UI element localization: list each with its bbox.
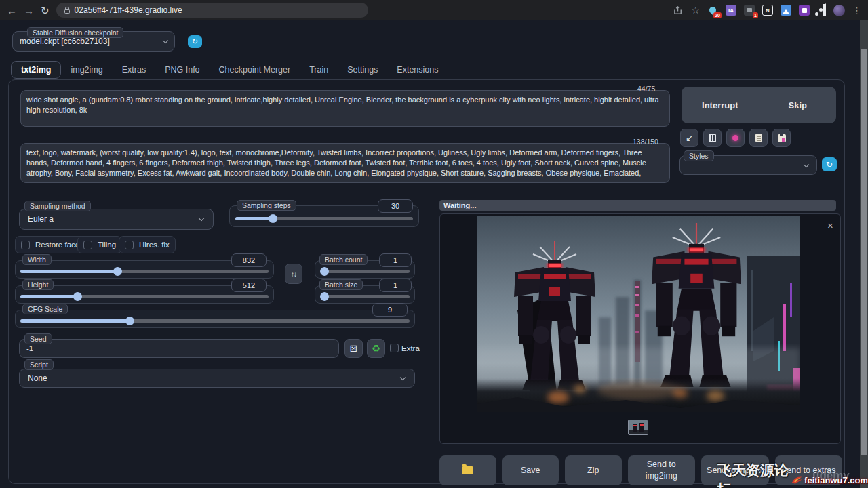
batch-size-label: Batch size [319, 279, 363, 290]
send-to-img2img-button[interactable]: Send to img2img [628, 455, 696, 485]
address-bar[interactable]: 02a56ff4-71ff-439e.gradio.live [56, 3, 368, 18]
notion-extension-icon[interactable]: N [762, 5, 773, 16]
apply-style-button[interactable] [749, 129, 768, 147]
negative-prompt-textarea[interactable]: text, logo, watermark, (worst quality, l… [20, 143, 670, 183]
script-value: None [28, 373, 47, 383]
recycle-icon: ♻ [372, 343, 380, 354]
tab-settings[interactable]: Settings [338, 62, 387, 78]
restore-faces-checkbox[interactable] [21, 241, 30, 249]
open-folder-button[interactable] [439, 455, 496, 485]
lock-icon [64, 9, 70, 14]
prompt-textarea[interactable]: wide shot angle, a (gundam:0.8) robot st… [20, 90, 670, 127]
script-label: Script [24, 359, 54, 370]
clear-prompt-button[interactable] [703, 129, 722, 147]
reload-icon[interactable]: ↻ [41, 5, 50, 16]
tiling-option[interactable]: Tiling [77, 236, 122, 253]
share-icon[interactable] [673, 5, 684, 15]
tab-extras[interactable]: Extras [113, 62, 155, 78]
negative-prompt-token-counter: 138/150 [633, 138, 658, 146]
tiling-checkbox[interactable] [83, 241, 92, 249]
tiling-label: Tiling [98, 241, 116, 249]
batch-size-slider[interactable] [320, 295, 410, 298]
height-label: Height [22, 279, 54, 290]
bookmark-star-icon[interactable]: ☆ [691, 5, 700, 15]
extra-seed-checkbox[interactable] [390, 344, 399, 352]
extra-networks-button[interactable] [726, 129, 745, 147]
restore-faces-label: Restore faces [35, 241, 83, 249]
folder-icon [462, 466, 473, 474]
hires-fix-checkbox[interactable] [125, 241, 134, 249]
back-icon[interactable]: ← [7, 5, 17, 16]
checkpoint-refresh-button[interactable]: ↻ [188, 35, 202, 48]
checkpoint-value: model.ckpt [cc6cb27103] [20, 37, 110, 46]
sampling-steps-label: Sampling steps [237, 200, 296, 211]
image-extension-icon[interactable] [781, 5, 791, 16]
width-block: Width [15, 260, 274, 279]
sampling-steps-block: Sampling steps [229, 205, 419, 227]
interrupt-button[interactable]: Interrupt [682, 87, 759, 123]
save-style-button[interactable] [772, 129, 791, 147]
send-to-extras-button[interactable]: Send to extras [775, 455, 843, 485]
scrollbar-thumb[interactable] [861, 49, 867, 455]
batch-count-slider[interactable] [320, 270, 410, 273]
width-slider[interactable] [20, 270, 269, 273]
main-tabs: txt2img img2img Extras PNG Info Checkpoi… [11, 60, 448, 79]
side-panel-icon[interactable] [825, 4, 826, 16]
zip-button[interactable]: Zip [565, 455, 622, 485]
sampling-method-dropdown[interactable]: Euler a [19, 209, 214, 230]
generated-image[interactable] [477, 216, 800, 412]
browser-toolbar: ← → ↻ 02a56ff4-71ff-439e.gradio.live ☆ 2… [0, 0, 868, 20]
tab-img2img[interactable]: img2img [61, 62, 112, 78]
batch-count-label: Batch count [319, 254, 368, 265]
clipboard-icon [755, 134, 762, 142]
height-block: Height [15, 285, 274, 304]
screenshot-extension-icon[interactable]: 1 [744, 5, 755, 16]
close-image-icon[interactable]: × [827, 220, 833, 231]
height-slider[interactable] [20, 295, 269, 298]
height-input[interactable] [231, 279, 267, 292]
styles-refresh-button[interactable]: ↻ [822, 157, 837, 171]
kebab-menu-icon[interactable]: ⋮ [852, 6, 861, 15]
gallery-thumbnail[interactable] [628, 420, 648, 435]
sampling-steps-input[interactable] [378, 199, 413, 213]
sampling-method-value: Euler a [28, 214, 54, 224]
reuse-seed-button[interactable]: ♻ [367, 339, 385, 358]
width-input[interactable] [231, 253, 267, 267]
script-dropdown[interactable]: None [19, 369, 415, 388]
output-actions: Save Zip Send to img2img Send to inpaint… [439, 455, 842, 485]
chevron-down-icon [804, 162, 809, 167]
seed-input[interactable] [19, 339, 339, 358]
onenote-extension-icon[interactable] [799, 5, 810, 16]
swap-dimensions-button[interactable]: ↑↓ [285, 264, 302, 284]
profile-avatar[interactable] [833, 5, 845, 16]
trash-icon [709, 134, 716, 142]
tab-train[interactable]: Train [300, 62, 338, 78]
tab-checkpoint-merger[interactable]: Checkpoint Merger [210, 62, 300, 78]
styles-label: Styles [684, 150, 714, 161]
cfg-scale-input[interactable] [372, 303, 408, 317]
checkpoint-label: Stable Diffusion checkpoint [27, 27, 123, 38]
prompt-token-counter: 44/75 [637, 85, 655, 93]
random-seed-button[interactable]: ⚄ [344, 339, 363, 358]
tab-txt2img[interactable]: txt2img [11, 61, 61, 79]
cfg-scale-slider[interactable] [20, 319, 410, 323]
skip-button[interactable]: Skip [760, 87, 837, 123]
sampling-steps-slider[interactable] [235, 217, 413, 220]
seed-label: Seed [24, 333, 52, 344]
width-label: Width [22, 254, 52, 265]
pink-dot-icon [732, 135, 738, 141]
send-to-inpaint-button[interactable]: Send to inpaint [701, 455, 769, 485]
cfg-scale-label: CFG Scale [22, 304, 68, 314]
batch-size-input[interactable] [379, 279, 412, 292]
chevron-down-icon [400, 375, 406, 380]
pin-extension-icon[interactable]: 20 [707, 5, 718, 16]
forward-icon[interactable]: → [24, 5, 34, 16]
scrollbar-track[interactable] [860, 20, 868, 488]
tab-extensions[interactable]: Extensions [387, 62, 448, 78]
ia-extension-icon[interactable]: IA [726, 5, 736, 16]
hires-fix-option[interactable]: Hires. fix [119, 236, 176, 253]
batch-count-input[interactable] [379, 253, 412, 267]
tab-png-info[interactable]: PNG Info [155, 62, 209, 78]
paste-generation-params-button[interactable]: ↙ [680, 129, 698, 147]
save-button[interactable]: Save [502, 455, 559, 485]
